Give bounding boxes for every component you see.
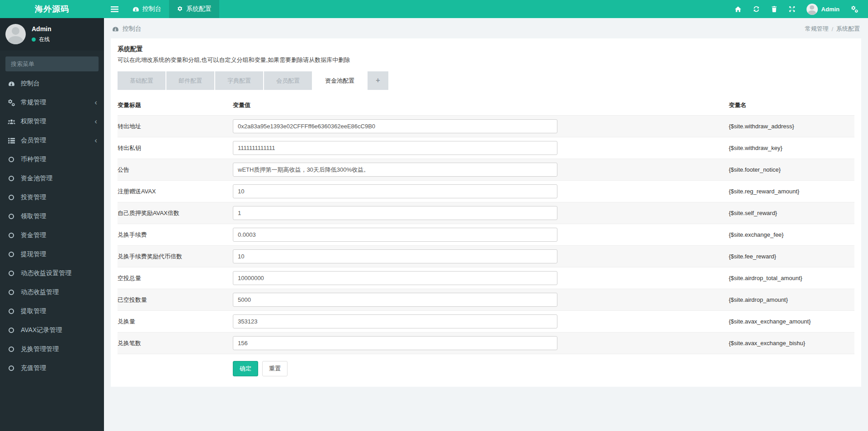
system-config-panel: 系统配置 可以在此增改系统的变量和分组,也可以自定义分组和变量,如果需要删除请从… bbox=[111, 38, 861, 387]
sidebar-item-AVAX记录管理[interactable]: AVAX记录管理 bbox=[0, 321, 104, 340]
avatar bbox=[807, 4, 818, 15]
config-variable-name: {$site.footer_notice} bbox=[729, 159, 854, 181]
sidebar-menu: 控制台常规管理‹权限管理‹会员管理‹币种管理资金池管理投资管理领取管理资金管理提… bbox=[0, 74, 104, 378]
config-variable-name: {$site.fee_reward} bbox=[729, 246, 854, 267]
circle-icon bbox=[7, 365, 16, 371]
dashboard-icon bbox=[112, 26, 119, 32]
settings-cogs-icon[interactable] bbox=[845, 0, 864, 18]
circle-icon bbox=[7, 157, 16, 162]
config-value-input[interactable] bbox=[233, 228, 557, 242]
sidebar-item-label: 会员管理 bbox=[21, 136, 46, 145]
column-header-变量名: 变量名 bbox=[729, 95, 854, 116]
config-title: 自己质押奖励AVAX倍数 bbox=[118, 202, 233, 224]
sidebar-item-提取管理[interactable]: 提取管理 bbox=[0, 302, 104, 321]
config-variable-name: {$site.self_reward} bbox=[729, 202, 854, 224]
sidebar-item-动态收益管理[interactable]: 动态收益管理 bbox=[0, 283, 104, 302]
column-header-变量值: 变量值 bbox=[233, 95, 729, 116]
sidebar-item-会员管理[interactable]: 会员管理‹ bbox=[0, 131, 104, 150]
circle-icon bbox=[7, 233, 16, 238]
dashboard-icon bbox=[7, 81, 16, 87]
main-area: 控制台 常规管理/系统配置 系统配置 可以在此增改系统的变量和分组,也可以自定义… bbox=[104, 0, 868, 392]
dashboard-icon bbox=[132, 6, 139, 12]
circle-icon bbox=[7, 309, 16, 314]
circle-icon bbox=[7, 176, 16, 181]
navbar-item-label: 系统配置 bbox=[186, 5, 212, 13]
sidebar-item-权限管理[interactable]: 权限管理‹ bbox=[0, 112, 104, 131]
config-value-input[interactable] bbox=[233, 206, 557, 220]
navbar-item-控制台[interactable]: 控制台 bbox=[125, 0, 169, 18]
menu-search-input[interactable] bbox=[5, 56, 96, 71]
config-title: 转出地址 bbox=[118, 116, 233, 137]
search-icon[interactable] bbox=[96, 56, 99, 71]
tab-邮件配置[interactable]: 邮件配置 bbox=[166, 71, 214, 90]
sidebar-user-name: Admin bbox=[32, 25, 52, 33]
breadcrumb-link-系统配置[interactable]: 系统配置 bbox=[836, 25, 860, 33]
navbar-item-系统配置[interactable]: 系统配置 bbox=[169, 0, 219, 18]
refresh-icon[interactable] bbox=[747, 0, 765, 18]
sidebar-item-兑换管理管理[interactable]: 兑换管理管理 bbox=[0, 340, 104, 359]
breadcrumb-separator: / bbox=[831, 26, 833, 33]
sidebar-item-label: 提取管理 bbox=[21, 307, 46, 315]
sidebar: Admin 在线 控制台常规管理‹权限管理‹会员管理‹币种管理资金池管理投资管理… bbox=[0, 18, 104, 431]
config-row: 空投总量{$site.airdrop_total_amount} bbox=[118, 267, 854, 289]
config-value-input[interactable] bbox=[233, 184, 557, 198]
cogs-icon bbox=[7, 99, 16, 106]
sidebar-item-资金管理[interactable]: 资金管理 bbox=[0, 226, 104, 245]
tab-会员配置[interactable]: 会员配置 bbox=[264, 71, 312, 90]
reset-button[interactable]: 重置 bbox=[262, 361, 288, 376]
config-value-input[interactable] bbox=[233, 336, 557, 350]
config-variable-name: {$site.exchange_fee} bbox=[729, 224, 854, 246]
sidebar-item-label: 控制台 bbox=[21, 80, 40, 88]
sidebar-item-常规管理[interactable]: 常规管理‹ bbox=[0, 93, 104, 112]
add-tab-button[interactable]: + bbox=[368, 71, 388, 90]
home-icon[interactable] bbox=[729, 0, 747, 18]
config-title: 兑换手续费 bbox=[118, 224, 233, 246]
config-value-input[interactable] bbox=[233, 314, 557, 328]
sidebar-item-label: 兑换管理管理 bbox=[21, 345, 59, 353]
breadcrumb: 常规管理/系统配置 bbox=[805, 25, 860, 33]
config-value-input[interactable] bbox=[233, 293, 557, 307]
sidebar-item-币种管理[interactable]: 币种管理 bbox=[0, 150, 104, 169]
breadcrumb-link-常规管理[interactable]: 常规管理 bbox=[805, 25, 828, 33]
config-value-input[interactable] bbox=[233, 271, 557, 285]
sidebar-item-label: AVAX记录管理 bbox=[21, 326, 62, 334]
config-table: 变量标题变量值变量名 转出地址{$site.withdraw_address}转… bbox=[118, 95, 854, 354]
circle-icon bbox=[7, 347, 16, 352]
config-value-input[interactable] bbox=[233, 141, 557, 155]
sidebar-search bbox=[5, 56, 99, 71]
sidebar-item-动态收益设置管理[interactable]: 动态收益设置管理 bbox=[0, 264, 104, 283]
content-header-title: 控制台 bbox=[123, 25, 142, 33]
sidebar-item-label: 资金管理 bbox=[21, 231, 46, 239]
list-icon bbox=[7, 138, 16, 144]
fullscreen-icon[interactable] bbox=[783, 0, 801, 18]
config-row: 自己质押奖励AVAX倍数{$site.self_reward} bbox=[118, 202, 854, 224]
user-menu[interactable]: Admin bbox=[801, 0, 845, 18]
column-header-变量标题: 变量标题 bbox=[118, 95, 233, 116]
navbar-menu: 控制台系统配置 bbox=[125, 0, 219, 18]
sidebar-toggle-icon[interactable] bbox=[104, 0, 125, 18]
circle-icon bbox=[7, 195, 16, 200]
submit-button[interactable]: 确定 bbox=[233, 361, 258, 376]
tab-资金池配置[interactable]: 资金池配置 bbox=[313, 71, 367, 90]
sidebar-item-控制台[interactable]: 控制台 bbox=[0, 74, 104, 93]
sidebar-item-领取管理[interactable]: 领取管理 bbox=[0, 207, 104, 226]
config-value-input[interactable] bbox=[233, 163, 557, 177]
users-icon bbox=[7, 119, 16, 125]
page-title: 系统配置 bbox=[118, 45, 854, 53]
tab-基础配置[interactable]: 基础配置 bbox=[118, 71, 165, 90]
sidebar-item-投资管理[interactable]: 投资管理 bbox=[0, 188, 104, 207]
sidebar-item-label: 常规管理 bbox=[21, 98, 46, 107]
sidebar-item-提现管理[interactable]: 提现管理 bbox=[0, 245, 104, 264]
trash-icon[interactable] bbox=[765, 0, 783, 18]
config-variable-name: {$site.avax_exchange_amount} bbox=[729, 311, 854, 333]
sidebar-item-资金池管理[interactable]: 资金池管理 bbox=[0, 169, 104, 188]
sidebar-item-充值管理[interactable]: 充值管理 bbox=[0, 359, 104, 378]
chevron-left-icon: ‹ bbox=[94, 138, 97, 143]
config-value-input[interactable] bbox=[233, 119, 557, 133]
sidebar-item-label: 动态收益设置管理 bbox=[21, 269, 71, 277]
page-subtitle: 可以在此增改系统的变量和分组,也可以自定义分组和变量,如果需要删除请从数据库中删… bbox=[118, 56, 854, 64]
config-value-input[interactable] bbox=[233, 249, 557, 263]
config-row: 转出地址{$site.withdraw_address} bbox=[118, 116, 854, 137]
tab-字典配置[interactable]: 字典配置 bbox=[215, 71, 263, 90]
brand-logo[interactable]: 海外源码 bbox=[0, 0, 104, 18]
